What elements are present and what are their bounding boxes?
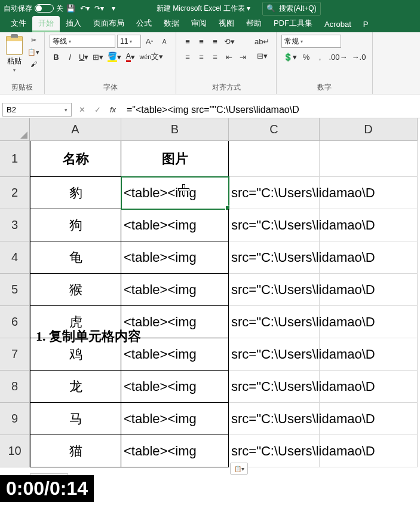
row-header-10[interactable]: 10: [0, 435, 30, 467]
redo-icon[interactable]: ↷▾: [94, 4, 104, 13]
cell-D6[interactable]: [320, 306, 418, 338]
copy-button[interactable]: 📋▾: [27, 47, 39, 57]
cut-button[interactable]: ✂: [27, 35, 39, 45]
cell-A1[interactable]: 名称: [30, 141, 121, 177]
decrease-decimal-button[interactable]: →.0: [350, 50, 368, 63]
cell-A2[interactable]: 豹: [30, 177, 121, 209]
tab-view[interactable]: 视图: [213, 16, 240, 32]
column-header-D[interactable]: D: [320, 118, 418, 141]
cell-C5[interactable]: src="C:\Users\lidamao\D: [229, 274, 320, 306]
cell-A5[interactable]: 猴: [30, 274, 121, 306]
paste-options-icon[interactable]: 📋▾: [230, 463, 248, 475]
percent-button[interactable]: %: [299, 50, 312, 63]
select-all-corner[interactable]: [0, 118, 30, 141]
save-icon[interactable]: 💾: [66, 4, 75, 13]
cell-B4[interactable]: <table><img: [121, 241, 229, 274]
row-header-4[interactable]: 4: [0, 241, 30, 274]
autosave-toggle[interactable]: 自动保存 关: [4, 4, 63, 14]
cell-D8[interactable]: [320, 371, 418, 403]
align-right-button[interactable]: ≡: [209, 50, 222, 63]
row-header-7[interactable]: 7: [0, 338, 30, 371]
fx-icon[interactable]: fx: [108, 105, 118, 115]
tab-pdf[interactable]: PDF工具集: [268, 16, 318, 32]
cell-D7[interactable]: [320, 338, 418, 371]
wrap-text-button[interactable]: ab↵: [253, 35, 271, 48]
italic-button[interactable]: I: [63, 50, 76, 63]
cell-C7[interactable]: src="C:\Users\lidamao\D: [229, 338, 320, 371]
name-box[interactable]: B2 ▾: [2, 103, 72, 117]
cell-A4[interactable]: 龟: [30, 241, 121, 274]
tab-help[interactable]: 帮助: [240, 16, 268, 32]
cell-A9[interactable]: 马: [30, 403, 121, 435]
row-header-9[interactable]: 9: [0, 403, 30, 435]
tab-acrobat[interactable]: Acrobat: [318, 18, 357, 32]
cell-D5[interactable]: [320, 274, 418, 306]
cell-D2[interactable]: [320, 177, 418, 209]
cell-C1[interactable]: [229, 141, 320, 177]
merge-button[interactable]: ⊟▾: [253, 49, 271, 62]
cell-C2[interactable]: src="C:\Users\lidamao\D: [229, 177, 320, 209]
tab-data[interactable]: 数据: [158, 16, 185, 32]
cell-B10[interactable]: <table><img: [121, 435, 229, 467]
column-header-A[interactable]: A: [30, 118, 121, 141]
font-color-button[interactable]: A▾: [124, 50, 137, 63]
accounting-button[interactable]: 💲▾: [281, 50, 299, 63]
cell-C6[interactable]: src="C:\Users\lidamao\D: [229, 306, 320, 338]
font-size-select[interactable]: 11▾: [117, 35, 141, 48]
tab-insert[interactable]: 插入: [60, 16, 87, 32]
row-header-5[interactable]: 5: [0, 274, 30, 306]
align-top-button[interactable]: ≡: [181, 35, 194, 48]
cell-D10[interactable]: [320, 435, 418, 467]
column-header-C[interactable]: C: [229, 118, 320, 141]
row-header-6[interactable]: 6: [0, 306, 30, 338]
cell-C8[interactable]: src="C:\Users\lidamao\D: [229, 371, 320, 403]
cell-B2[interactable]: <table><img: [121, 177, 229, 209]
cell-B5[interactable]: <table><img: [121, 274, 229, 306]
tab-home[interactable]: 开始: [32, 16, 60, 32]
font-name-select[interactable]: 等线▾: [50, 35, 115, 48]
number-format-select[interactable]: 常规▾: [281, 35, 341, 48]
row-header-3[interactable]: 3: [0, 209, 30, 241]
cell-B3[interactable]: <table><img: [121, 209, 229, 241]
undo-icon[interactable]: ↶▾: [80, 4, 90, 13]
cell-C3[interactable]: src="C:\Users\lidamao\D: [229, 209, 320, 241]
document-title[interactable]: 新建 Microsoft Excel 工作表 ▾: [157, 4, 250, 14]
border-button[interactable]: ⊞▾: [91, 50, 105, 63]
tab-p[interactable]: P: [357, 18, 375, 32]
cell-C9[interactable]: src="C:\Users\lidamao\D: [229, 403, 320, 435]
cell-A3[interactable]: 狗: [30, 209, 121, 241]
increase-decimal-button[interactable]: .00→: [327, 50, 349, 63]
increase-indent-button[interactable]: ⇥: [236, 50, 249, 63]
cell-A8[interactable]: 龙: [30, 371, 121, 403]
fill-color-button[interactable]: 🪣▾: [106, 50, 123, 63]
decrease-font-button[interactable]: A: [158, 35, 171, 48]
cell-D3[interactable]: [320, 209, 418, 241]
underline-button[interactable]: U▾: [77, 50, 90, 63]
cell-B1[interactable]: 图片: [121, 141, 229, 177]
phonetic-button[interactable]: wén文▾: [137, 50, 165, 63]
cell-B9[interactable]: <table><img: [121, 403, 229, 435]
cell-B8[interactable]: <table><img: [121, 371, 229, 403]
cell-D4[interactable]: [320, 241, 418, 274]
formula-input[interactable]: ="<table><img src=""C:\Users\lidamao\D: [123, 102, 420, 118]
row-header-2[interactable]: 2: [0, 177, 30, 209]
decrease-indent-button[interactable]: ⇤: [222, 50, 235, 63]
tab-file[interactable]: 文件: [5, 16, 32, 32]
align-middle-button[interactable]: ≡: [195, 35, 208, 48]
format-painter-button[interactable]: 🖌: [27, 59, 39, 69]
search-box[interactable]: 🔍 搜索(Alt+Q): [262, 2, 320, 16]
column-header-B[interactable]: B: [121, 118, 229, 141]
qat-dropdown-icon[interactable]: ▾: [109, 4, 118, 13]
orientation-button[interactable]: ⟲▾: [222, 35, 237, 48]
tab-page-layout[interactable]: 页面布局: [87, 16, 130, 32]
cell-A10[interactable]: 猫: [30, 435, 121, 467]
enter-icon[interactable]: ✓: [92, 105, 103, 115]
toggle-switch[interactable]: [35, 4, 54, 13]
bold-button[interactable]: B: [50, 50, 63, 63]
increase-font-button[interactable]: A^: [143, 35, 156, 48]
cancel-icon[interactable]: ✕: [76, 105, 87, 115]
align-bottom-button[interactable]: ≡: [209, 35, 222, 48]
cell-C4[interactable]: src="C:\Users\lidamao\D: [229, 241, 320, 274]
align-center-button[interactable]: ≡: [195, 50, 208, 63]
tab-review[interactable]: 审阅: [185, 16, 213, 32]
